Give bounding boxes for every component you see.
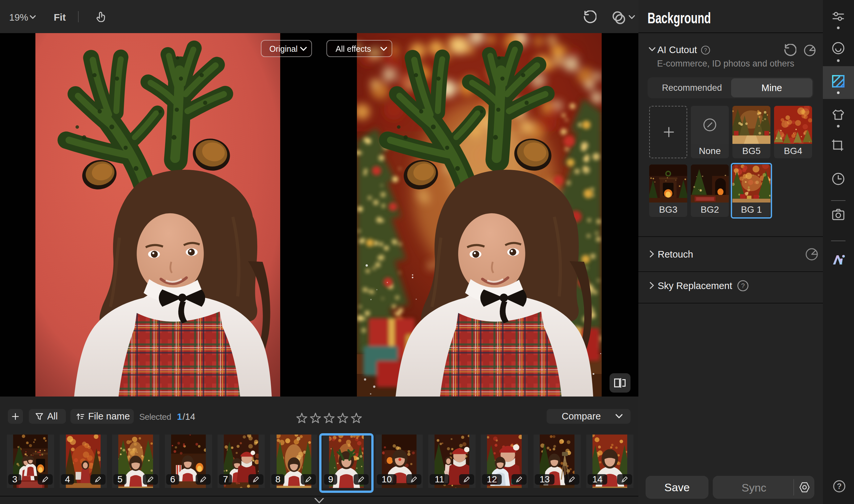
svg-text:?: ? xyxy=(837,482,842,490)
svg-text:?: ? xyxy=(704,48,707,53)
svg-text:?: ? xyxy=(741,282,745,289)
